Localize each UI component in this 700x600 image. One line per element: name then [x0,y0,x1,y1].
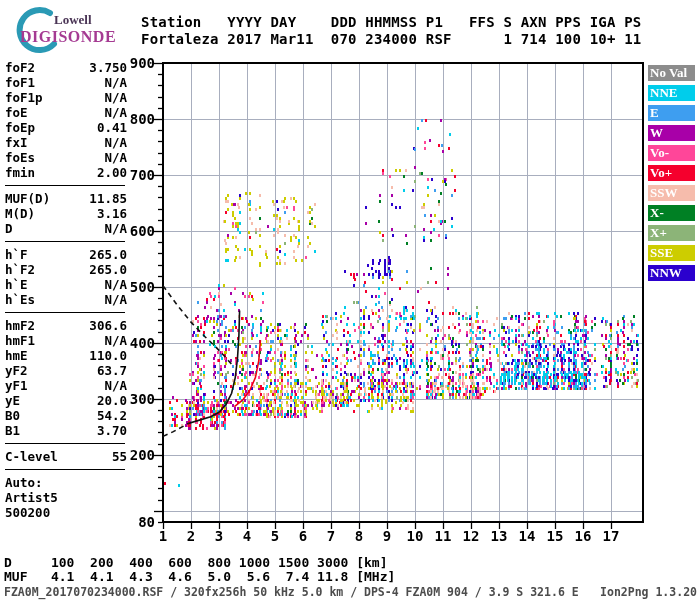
parameter-value: N/A [104,90,127,105]
footer-file-info: FZA0M_2017070234000.RSF / 320fx256h 50 k… [4,585,579,599]
logo-line2: DIGISONDE [20,28,116,46]
parameter-label: foEp [5,120,35,135]
parameter-row: yF1N/A [5,378,127,393]
x-tick-label: 2 [178,529,204,543]
parameter-row: foEp0.41 [5,120,127,135]
parameter-value: 54.2 [97,408,127,423]
parameter-value: N/A [104,135,127,150]
parameter-label: MUF(D) [5,191,50,206]
parameter-row: DN/A [5,221,127,236]
distance-row: D 100 200 400 600 800 1000 1500 3000 [km… [4,556,388,570]
x-tick-label: 12 [458,529,484,543]
legend-item-VoMinus: Vo- [648,145,695,161]
parameter-row: foEsN/A [5,150,127,165]
x-tick-label: 11 [430,529,456,543]
legend-label: E [650,105,659,121]
legend-item-NNE: NNE [648,85,695,101]
parameter-row: yF263.7 [5,363,127,378]
parameter-row: Artist5 [5,490,127,505]
parameter-label: D [5,221,13,236]
parameter-row: foF1pN/A [5,90,127,105]
x-tick-label: 1 [150,529,176,543]
legend: No ValNNEEWVo-Vo+SSWX-X+SSENNW [648,65,696,285]
header-line2: Fortaleza 2017 Mar11 070 234000 RSF 1 71… [141,31,641,47]
legend-item-W: W [648,125,695,141]
y-tick-label: 800 [113,112,155,126]
panel-separator [5,438,127,449]
parameter-row: Auto: [5,475,127,490]
legend-label: X- [650,205,664,221]
parameter-label: B0 [5,408,20,423]
parameter-panel: foF23.750foF1N/AfoF1pN/AfoEN/AfoEp0.41fx… [5,60,127,520]
parameter-row: foEN/A [5,105,127,120]
footer-info: FZA0M_2017070234000.RSF / 320fx256h 50 k… [4,585,697,599]
parameter-label: foF2 [5,60,35,75]
legend-item-NoVal: No Val [648,65,695,81]
logo: Lowell DIGISONDE [8,6,128,56]
parameter-label: h`Es [5,292,35,307]
y-tick-label: 900 [113,56,155,70]
parameter-row: foF1N/A [5,75,127,90]
parameter-label: Artist5 [5,490,58,505]
x-tick-label: 16 [570,529,596,543]
legend-item-SSW: SSW [648,185,695,201]
parameter-row: B054.2 [5,408,127,423]
muf-row: MUF 4.1 4.1 4.3 4.6 5.0 5.6 7.4 11.8 [MH… [4,570,395,584]
legend-item-VoPlus: Vo+ [648,165,695,181]
x-tick-label: 14 [514,529,540,543]
header-text: Station YYYY DAY DDD HHMMSS P1 FFS S AXN… [141,14,641,48]
header-line1: Station YYYY DAY DDD HHMMSS P1 FFS S AXN… [141,14,641,30]
legend-item-XMinus: X- [648,205,695,221]
parameter-label: yE [5,393,20,408]
parameter-value: N/A [104,292,127,307]
parameter-row: MUF(D)11.85 [5,191,127,206]
legend-label: X+ [650,225,667,241]
parameter-row: h`F265.0 [5,247,127,262]
legend-label: NNE [650,85,677,101]
parameter-row: fxIN/A [5,135,127,150]
parameter-label: Auto: [5,475,43,490]
x-tick-label: 5 [262,529,288,543]
parameter-value: 265.0 [89,247,127,262]
legend-item-E: E [648,105,695,121]
x-tick-label: 7 [318,529,344,543]
parameter-label: foE [5,105,28,120]
parameter-row: hmF2306.6 [5,318,127,333]
x-tick-label: 13 [486,529,512,543]
parameter-row: 500200 [5,505,127,520]
parameter-label: yF2 [5,363,28,378]
parameter-value: 11.85 [89,191,127,206]
x-tick-label: 17 [598,529,624,543]
parameter-label: C-level [5,449,58,464]
parameter-row: hmF1N/A [5,333,127,348]
parameter-row: M(D)3.16 [5,206,127,221]
parameter-label: foEs [5,150,35,165]
parameter-label: h`F2 [5,262,35,277]
logo-line1: Lowell [54,12,92,28]
legend-item-XPlus: X+ [648,225,695,241]
parameter-label: fxI [5,135,28,150]
parameter-row: fmin2.00 [5,165,127,180]
parameter-value: 306.6 [89,318,127,333]
panel-separator [5,236,127,247]
parameter-value: 110.0 [89,348,127,363]
parameter-row: foF23.750 [5,60,127,75]
x-tick-label: 9 [374,529,400,543]
y-tick-label: 400 [113,336,155,350]
y-tick-label: 300 [113,392,155,406]
legend-label: Vo- [650,145,669,161]
parameter-row: C-level55 [5,449,127,464]
x-tick-label: 10 [402,529,428,543]
parameter-label: h`E [5,277,28,292]
legend-item-SSE: SSE [648,245,695,261]
x-tick-label: 3 [206,529,232,543]
parameter-value: 3.16 [97,206,127,221]
parameter-label: foF1p [5,90,43,105]
legend-label: SSW [650,185,677,201]
parameter-label: 500200 [5,505,50,520]
legend-label: Vo+ [650,165,672,181]
panel-separator [5,307,127,318]
y-tick-label: 700 [113,168,155,182]
parameter-row: yE20.0 [5,393,127,408]
parameter-row: h`EsN/A [5,292,127,307]
